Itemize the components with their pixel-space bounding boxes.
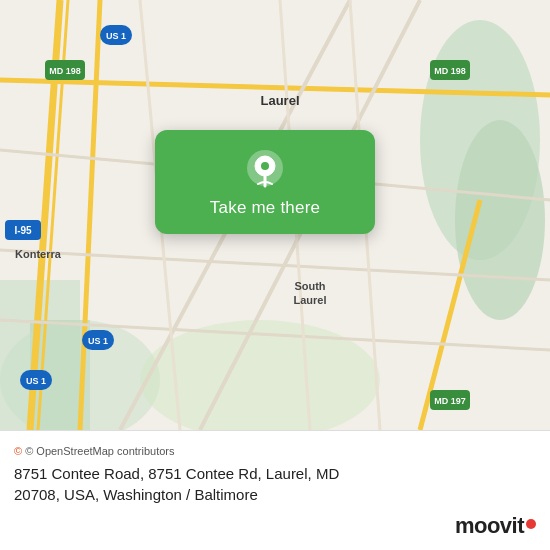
svg-text:Laurel: Laurel <box>260 93 299 108</box>
svg-text:South: South <box>294 280 325 292</box>
svg-text:MD 197: MD 197 <box>434 396 466 406</box>
svg-text:MD 198: MD 198 <box>49 66 81 76</box>
svg-point-27 <box>261 162 269 170</box>
svg-text:Konterra: Konterra <box>15 248 62 260</box>
moovit-logo: moovit <box>14 513 536 539</box>
map-container: I-95 US 1 US 1 US 1 MD 198 MD 198 MD 197 <box>0 0 550 550</box>
address-text: 8751 Contee Road, 8751 Contee Rd, Laurel… <box>14 463 536 505</box>
bottom-bar: © © OpenStreetMap contributors 8751 Cont… <box>0 430 550 550</box>
address-line2: 20708, USA, Washington / Baltimore <box>14 486 258 503</box>
svg-point-2 <box>455 120 545 320</box>
osm-credit: © © OpenStreetMap contributors <box>14 445 536 457</box>
moovit-logo-dot <box>526 519 536 529</box>
moovit-brand-text: moovit <box>455 513 524 539</box>
svg-text:US 1: US 1 <box>88 336 108 346</box>
copyright-symbol: © <box>14 445 22 457</box>
svg-text:MD 198: MD 198 <box>434 66 466 76</box>
location-pin-icon <box>245 148 285 188</box>
osm-credit-text: © OpenStreetMap contributors <box>25 445 174 457</box>
svg-text:US 1: US 1 <box>26 376 46 386</box>
svg-text:US 1: US 1 <box>106 31 126 41</box>
take-me-there-button[interactable]: Take me there <box>202 196 328 220</box>
popup-card: Take me there <box>155 130 375 234</box>
address-line1: 8751 Contee Road, 8751 Contee Rd, Laurel… <box>14 465 339 482</box>
svg-text:Laurel: Laurel <box>293 294 326 306</box>
svg-text:I-95: I-95 <box>14 225 32 236</box>
